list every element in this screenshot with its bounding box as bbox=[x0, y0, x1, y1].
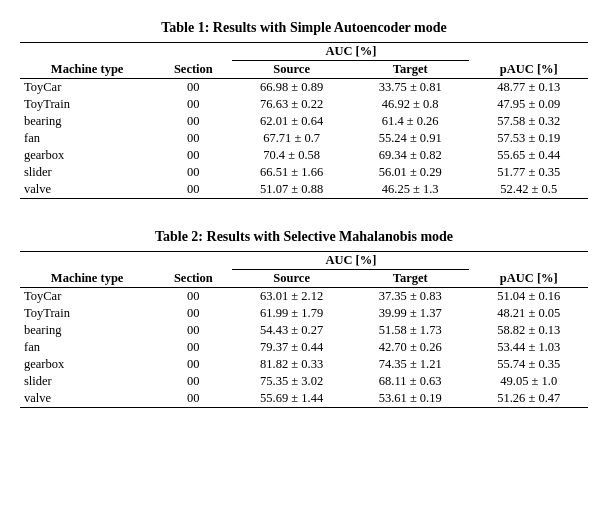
section-cell: 00 bbox=[154, 79, 232, 97]
section-cell: 00 bbox=[154, 390, 232, 408]
section-cell: 00 bbox=[154, 305, 232, 322]
pauc-cell: 53.44 ± 1.03 bbox=[469, 339, 588, 356]
source-cell: 67.71 ± 0.7 bbox=[232, 130, 351, 147]
pauc-cell: 57.53 ± 0.19 bbox=[469, 130, 588, 147]
pauc-cell: 51.77 ± 0.35 bbox=[469, 164, 588, 181]
machine-cell: gearbox bbox=[20, 147, 154, 164]
target-cell: 61.4 ± 0.26 bbox=[351, 113, 470, 130]
table1-header-source: Source bbox=[232, 61, 351, 79]
section-cell: 00 bbox=[154, 322, 232, 339]
pauc-cell: 48.21 ± 0.05 bbox=[469, 305, 588, 322]
machine-cell: ToyCar bbox=[20, 288, 154, 306]
pauc-cell: 55.65 ± 0.44 bbox=[469, 147, 588, 164]
section-cell: 00 bbox=[154, 288, 232, 306]
table2-header-target: Target bbox=[351, 270, 470, 288]
table2-header-source: Source bbox=[232, 270, 351, 288]
machine-cell: slider bbox=[20, 373, 154, 390]
section-cell: 00 bbox=[154, 147, 232, 164]
target-cell: 56.01 ± 0.29 bbox=[351, 164, 470, 181]
pauc-cell: 58.82 ± 0.13 bbox=[469, 322, 588, 339]
target-cell: 69.34 ± 0.82 bbox=[351, 147, 470, 164]
pauc-cell: 51.04 ± 0.16 bbox=[469, 288, 588, 306]
source-cell: 62.01 ± 0.64 bbox=[232, 113, 351, 130]
target-cell: 68.11 ± 0.63 bbox=[351, 373, 470, 390]
target-cell: 46.92 ± 0.8 bbox=[351, 96, 470, 113]
source-cell: 76.63 ± 0.22 bbox=[232, 96, 351, 113]
machine-cell: fan bbox=[20, 339, 154, 356]
source-cell: 66.98 ± 0.89 bbox=[232, 79, 351, 97]
source-cell: 75.35 ± 3.02 bbox=[232, 373, 351, 390]
table1-section: Table 1: Results with Simple Autoencoder… bbox=[20, 20, 588, 199]
target-cell: 33.75 ± 0.81 bbox=[351, 79, 470, 97]
target-cell: 53.61 ± 0.19 bbox=[351, 390, 470, 408]
source-cell: 55.69 ± 1.44 bbox=[232, 390, 351, 408]
pauc-cell: 52.42 ± 0.5 bbox=[469, 181, 588, 199]
section-cell: 00 bbox=[154, 96, 232, 113]
target-cell: 39.99 ± 1.37 bbox=[351, 305, 470, 322]
target-cell: 74.35 ± 1.21 bbox=[351, 356, 470, 373]
table2-section: Table 2: Results with Selective Mahalano… bbox=[20, 229, 588, 408]
pauc-cell: 51.26 ± 0.47 bbox=[469, 390, 588, 408]
pauc-cell: 57.58 ± 0.32 bbox=[469, 113, 588, 130]
source-cell: 61.99 ± 1.79 bbox=[232, 305, 351, 322]
source-cell: 51.07 ± 0.88 bbox=[232, 181, 351, 199]
source-cell: 81.82 ± 0.33 bbox=[232, 356, 351, 373]
section-cell: 00 bbox=[154, 164, 232, 181]
machine-cell: gearbox bbox=[20, 356, 154, 373]
pauc-cell: 55.74 ± 0.35 bbox=[469, 356, 588, 373]
table2-header-section: Section bbox=[154, 252, 232, 288]
section-cell: 00 bbox=[154, 130, 232, 147]
target-cell: 42.70 ± 0.26 bbox=[351, 339, 470, 356]
machine-cell: bearing bbox=[20, 113, 154, 130]
table1-header-machine: Machine type bbox=[20, 43, 154, 79]
source-cell: 66.51 ± 1.66 bbox=[232, 164, 351, 181]
machine-cell: ToyTrain bbox=[20, 305, 154, 322]
table2-header-machine: Machine type bbox=[20, 252, 154, 288]
table1: Machine type Section AUC [%] pAUC [%] So… bbox=[20, 42, 588, 199]
section-cell: 00 bbox=[154, 373, 232, 390]
target-cell: 37.35 ± 0.83 bbox=[351, 288, 470, 306]
source-cell: 63.01 ± 2.12 bbox=[232, 288, 351, 306]
section-cell: 00 bbox=[154, 181, 232, 199]
section-cell: 00 bbox=[154, 339, 232, 356]
pauc-cell: 49.05 ± 1.0 bbox=[469, 373, 588, 390]
source-cell: 54.43 ± 0.27 bbox=[232, 322, 351, 339]
target-cell: 55.24 ± 0.91 bbox=[351, 130, 470, 147]
target-cell: 46.25 ± 1.3 bbox=[351, 181, 470, 199]
table2-title: Table 2: Results with Selective Mahalano… bbox=[20, 229, 588, 245]
machine-cell: ToyCar bbox=[20, 79, 154, 97]
machine-cell: valve bbox=[20, 181, 154, 199]
machine-cell: bearing bbox=[20, 322, 154, 339]
pauc-cell: 47.95 ± 0.09 bbox=[469, 96, 588, 113]
table1-header-auc: AUC [%] bbox=[232, 43, 469, 61]
machine-cell: ToyTrain bbox=[20, 96, 154, 113]
source-cell: 79.37 ± 0.44 bbox=[232, 339, 351, 356]
table1-title: Table 1: Results with Simple Autoencoder… bbox=[20, 20, 588, 36]
table2-header-pauc: pAUC [%] bbox=[469, 252, 588, 288]
table2: Machine type Section AUC [%] pAUC [%] So… bbox=[20, 251, 588, 408]
machine-cell: slider bbox=[20, 164, 154, 181]
table1-header-target: Target bbox=[351, 61, 470, 79]
pauc-cell: 48.77 ± 0.13 bbox=[469, 79, 588, 97]
machine-cell: valve bbox=[20, 390, 154, 408]
machine-cell: fan bbox=[20, 130, 154, 147]
table2-header-auc: AUC [%] bbox=[232, 252, 469, 270]
source-cell: 70.4 ± 0.58 bbox=[232, 147, 351, 164]
target-cell: 51.58 ± 1.73 bbox=[351, 322, 470, 339]
table1-header-section: Section bbox=[154, 43, 232, 79]
section-cell: 00 bbox=[154, 356, 232, 373]
table1-header-pauc: pAUC [%] bbox=[469, 43, 588, 79]
section-cell: 00 bbox=[154, 113, 232, 130]
